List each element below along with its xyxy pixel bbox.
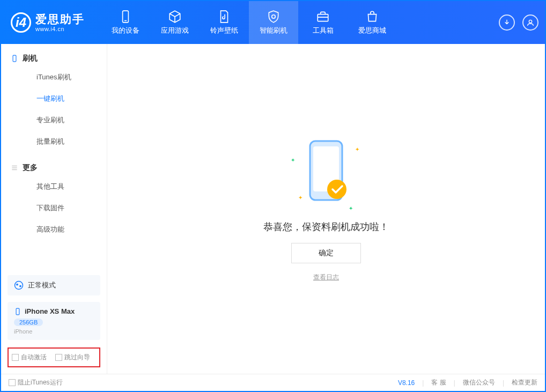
ok-button[interactable]: 确定 xyxy=(291,243,361,263)
sidebar-item-batch-flash[interactable]: 批量刷机 xyxy=(11,131,107,152)
sidebar-item-advanced[interactable]: 高级功能 xyxy=(11,219,107,240)
sidebar-item-itunes-flash[interactable]: iTunes刷机 xyxy=(11,66,107,88)
header-actions xyxy=(499,14,545,31)
device-storage-badge: 256GB xyxy=(14,319,43,326)
sidebar-item-download-firmware[interactable]: 下载固件 xyxy=(11,197,107,219)
download-icon xyxy=(503,18,511,27)
sidebar: 刷机 iTunes刷机 一键刷机 专业刷机 批量刷机 更多 其他工具 下载固件 … xyxy=(1,44,107,374)
sidebar-section-flash: 刷机 xyxy=(11,54,107,63)
logo-icon: i4 xyxy=(11,12,31,33)
sparkle-icon: ✦ xyxy=(349,205,353,211)
svg-rect-19 xyxy=(16,308,19,315)
download-button[interactable] xyxy=(499,14,515,31)
sidebar-item-one-click-flash[interactable]: 一键刷机 xyxy=(11,88,107,109)
device-icon xyxy=(14,308,21,315)
success-message: 恭喜您，保资料刷机成功啦！ xyxy=(263,220,389,233)
sparkle-icon: ✦ xyxy=(291,157,295,163)
checkbox-block-itunes[interactable]: 阻止iTunes运行 xyxy=(9,378,63,387)
app-name: 爱思助手 xyxy=(35,13,85,25)
sync-icon xyxy=(14,280,24,290)
tab-ringtone-wallpaper[interactable]: 铃声壁纸 xyxy=(200,1,249,44)
sparkle-icon: ✦ xyxy=(298,195,302,201)
device-card[interactable]: iPhone XS Max 256GB iPhone xyxy=(8,302,100,340)
sparkle-icon: ✦ xyxy=(355,146,359,152)
main-content: ✦ ✦ ✦ ✦ 恭喜您，保资料刷机成功啦！ 确定 查看日志 xyxy=(107,44,545,374)
tab-store[interactable]: 爱思商城 xyxy=(348,1,397,44)
cube-icon xyxy=(168,10,182,24)
device-name: iPhone XS Max xyxy=(25,307,75,315)
footer: 阻止iTunes运行 V8.16 | 客 服 | 微信公众号 | 检查更新 xyxy=(1,374,545,391)
tab-apps-games[interactable]: 应用游戏 xyxy=(150,1,200,44)
wechat-link[interactable]: 微信公众号 xyxy=(463,378,495,387)
shield-sync-icon xyxy=(267,10,281,24)
list-icon xyxy=(11,164,18,172)
success-illustration: ✦ ✦ ✦ ✦ xyxy=(294,136,358,211)
svg-point-17 xyxy=(16,284,18,286)
highlighted-options: 自动激活 跳过向导 xyxy=(8,347,100,367)
device-type: iPhone xyxy=(14,328,94,335)
support-link[interactable]: 客 服 xyxy=(431,378,446,387)
tab-toolbox[interactable]: 工具箱 xyxy=(298,1,348,44)
checkbox-skip-guide[interactable]: 跳过向导 xyxy=(55,353,90,362)
sidebar-item-pro-flash[interactable]: 专业刷机 xyxy=(11,109,107,131)
svg-rect-10 xyxy=(318,14,328,21)
check-update-link[interactable]: 检查更新 xyxy=(512,378,537,387)
tab-smart-flash[interactable]: 智能刷机 xyxy=(249,1,298,44)
svg-point-18 xyxy=(19,285,21,287)
tab-my-device[interactable]: 我的设备 xyxy=(101,1,150,44)
svg-point-11 xyxy=(529,20,532,23)
bag-icon xyxy=(365,10,379,24)
sidebar-item-other-tools[interactable]: 其他工具 xyxy=(11,176,107,197)
user-icon xyxy=(526,18,535,27)
header: i4 爱思助手 www.i4.cn 我的设备 应用游戏 铃声壁纸 智能刷机 xyxy=(1,1,545,44)
checkbox-auto-activate[interactable]: 自动激活 xyxy=(12,353,47,362)
svg-rect-12 xyxy=(13,55,16,62)
account-button[interactable] xyxy=(522,14,538,31)
phone-outline-icon xyxy=(11,55,18,62)
svg-point-16 xyxy=(15,282,23,290)
mode-indicator[interactable]: 正常模式 xyxy=(8,275,100,295)
music-file-icon xyxy=(217,10,231,24)
app-url: www.i4.cn xyxy=(35,26,85,32)
phone-icon xyxy=(119,10,132,24)
logo: i4 爱思助手 www.i4.cn xyxy=(1,12,94,33)
sidebar-section-more: 更多 xyxy=(11,163,107,173)
version-label: V8.16 xyxy=(398,379,415,387)
svg-point-22 xyxy=(327,180,346,199)
nav-tabs: 我的设备 应用游戏 铃声壁纸 智能刷机 工具箱 爱思商城 xyxy=(101,1,397,44)
view-log-link[interactable]: 查看日志 xyxy=(313,273,339,282)
toolbox-icon xyxy=(316,10,330,24)
